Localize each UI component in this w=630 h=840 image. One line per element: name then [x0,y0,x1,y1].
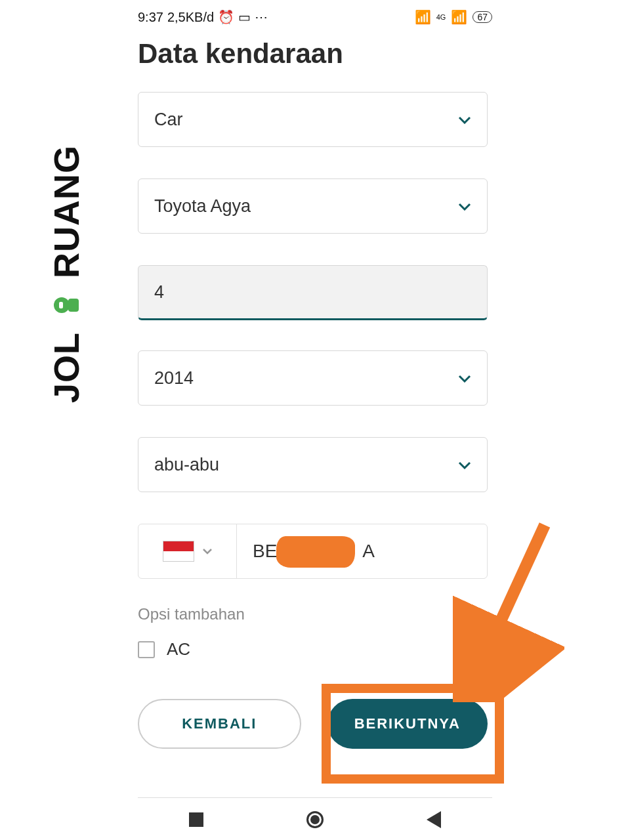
signal-icon: 📶 [415,9,431,25]
next-button-label: BERIKUTNYA [354,715,461,732]
watermark-logo-icon [49,287,84,323]
battery-level: 67 [472,11,492,23]
recent-apps-button[interactable] [189,812,203,827]
plate-prefix: BE [253,541,277,562]
year-select[interactable]: 2014 [138,350,488,406]
network-label: 4G [436,13,446,21]
status-right: 📶 4G 📶 67 [415,9,492,25]
seats-value: 4 [154,282,164,303]
color-select[interactable]: abu-abu [138,437,488,492]
indonesia-flag-icon [163,541,194,562]
ac-label: AC [167,639,190,660]
color-value: abu-abu [154,455,219,475]
ac-checkbox[interactable] [138,641,155,658]
page-title: Data kendaraan [138,38,343,70]
back-button[interactable]: KEMBALI [138,699,301,749]
more-icon: ⋯ [255,9,268,25]
vehicle-form: Car Toyota Agya 4 2014 abu-abu [138,92,488,749]
status-time: 9:37 [138,10,163,25]
message-icon: ▭ [238,9,251,25]
plate-input[interactable]: BE A [237,524,487,578]
vehicle-type-value: Car [154,110,183,130]
alarm-icon: ⏰ [218,9,234,25]
svg-rect-3 [59,302,63,308]
status-data-rate: 2,5KB/d [167,10,214,25]
watermark: JOL RUANG [46,145,87,403]
chevron-down-icon [458,199,471,214]
country-flag-select[interactable] [138,524,237,578]
svg-rect-2 [68,299,79,312]
android-nav-bar [138,797,492,828]
redaction-mark [276,536,355,568]
vehicle-type-select[interactable]: Car [138,92,488,147]
back-nav-button[interactable] [427,811,441,828]
button-row: KEMBALI BERIKUTNYA [138,699,488,749]
status-bar: 9:37 2,5KB/d ⏰ ▭ ⋯ 📶 4G 📶 67 [138,9,492,25]
plate-row: BE A [138,524,488,579]
plate-suffix: A [362,541,375,562]
next-button[interactable]: BERIKUTNYA [327,699,488,749]
back-button-label: KEMBALI [182,715,257,732]
chevron-down-icon [202,545,213,557]
seats-input[interactable]: 4 [138,265,488,320]
year-value: 2014 [154,368,194,388]
status-left: 9:37 2,5KB/d ⏰ ▭ ⋯ [138,9,268,25]
vehicle-model-select[interactable]: Toyota Agya [138,178,488,234]
watermark-text-after: JOL [46,332,87,403]
vehicle-model-value: Toyota Agya [154,196,251,217]
options-section-label: Opsi tambahan [138,605,488,623]
chevron-down-icon [458,371,471,386]
chevron-down-icon [458,457,471,472]
home-button[interactable] [306,811,324,828]
chevron-down-icon [458,112,471,127]
ac-option-row: AC [138,639,488,660]
watermark-text-before: RUANG [46,145,87,278]
signal-icon-2: 📶 [451,9,467,25]
